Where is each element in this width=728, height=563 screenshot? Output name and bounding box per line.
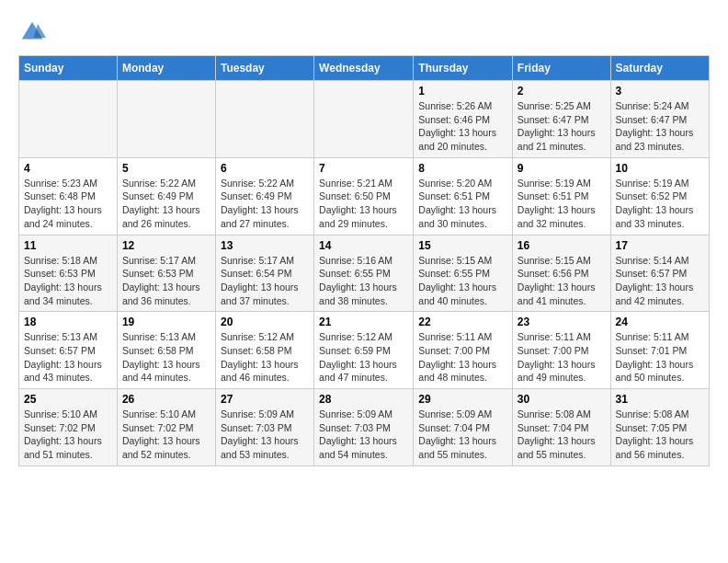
day-number: 28	[319, 393, 408, 406]
day-number: 11	[24, 239, 112, 252]
day-number: 27	[221, 393, 309, 406]
day-info: Sunrise: 5:11 AM Sunset: 7:01 PM Dayligh…	[616, 331, 694, 383]
day-number: 22	[418, 316, 507, 328]
day-number: 23	[518, 316, 606, 328]
day-number: 29	[418, 393, 507, 406]
day-number: 20	[221, 316, 309, 328]
day-number: 10	[616, 162, 704, 175]
calendar-cell: 24Sunrise: 5:11 AM Sunset: 7:01 PM Dayli…	[610, 312, 709, 389]
day-header-wednesday: Wednesday	[314, 56, 414, 81]
calendar-cell: 19Sunrise: 5:13 AM Sunset: 6:58 PM Dayli…	[117, 312, 215, 389]
day-info: Sunrise: 5:19 AM Sunset: 6:52 PM Dayligh…	[616, 178, 694, 229]
day-info: Sunrise: 5:17 AM Sunset: 6:54 PM Dayligh…	[221, 255, 299, 306]
day-header-monday: Monday	[117, 56, 215, 81]
day-number: 30	[518, 393, 606, 406]
day-info: Sunrise: 5:20 AM Sunset: 6:51 PM Dayligh…	[418, 178, 496, 229]
day-info: Sunrise: 5:22 AM Sunset: 6:49 PM Dayligh…	[122, 178, 200, 229]
logo	[18, 18, 50, 46]
calendar-cell	[215, 81, 313, 158]
day-number: 14	[319, 239, 408, 252]
calendar-cell: 23Sunrise: 5:11 AM Sunset: 7:00 PM Dayli…	[512, 312, 610, 389]
calendar-cell: 10Sunrise: 5:19 AM Sunset: 6:52 PM Dayli…	[610, 157, 709, 235]
day-header-friday: Friday	[512, 56, 610, 81]
calendar-cell: 22Sunrise: 5:11 AM Sunset: 7:00 PM Dayli…	[414, 312, 513, 389]
calendar-cell: 15Sunrise: 5:15 AM Sunset: 6:55 PM Dayli…	[414, 235, 513, 312]
day-header-tuesday: Tuesday	[215, 56, 313, 81]
calendar-cell: 13Sunrise: 5:17 AM Sunset: 6:54 PM Dayli…	[215, 235, 313, 312]
day-number: 21	[319, 316, 408, 328]
day-number: 31	[616, 393, 704, 406]
day-number: 25	[24, 393, 112, 406]
day-info: Sunrise: 5:23 AM Sunset: 6:48 PM Dayligh…	[24, 178, 102, 229]
calendar-cell: 28Sunrise: 5:09 AM Sunset: 7:03 PM Dayli…	[314, 389, 414, 466]
calendar-cell: 12Sunrise: 5:17 AM Sunset: 6:53 PM Dayli…	[117, 235, 215, 312]
day-number: 5	[122, 162, 210, 175]
day-number: 4	[24, 162, 112, 175]
day-info: Sunrise: 5:15 AM Sunset: 6:56 PM Dayligh…	[518, 255, 596, 306]
calendar-cell: 5Sunrise: 5:22 AM Sunset: 6:49 PM Daylig…	[117, 157, 215, 235]
calendar-cell	[117, 81, 215, 158]
day-number: 17	[616, 239, 704, 252]
day-number: 13	[221, 239, 309, 252]
day-info: Sunrise: 5:16 AM Sunset: 6:55 PM Dayligh…	[319, 255, 397, 306]
day-info: Sunrise: 5:08 AM Sunset: 7:05 PM Dayligh…	[616, 408, 694, 460]
day-info: Sunrise: 5:18 AM Sunset: 6:53 PM Dayligh…	[24, 255, 102, 306]
header-row: SundayMondayTuesdayWednesdayThursdayFrid…	[19, 56, 710, 81]
week-row-1: 1Sunrise: 5:26 AM Sunset: 6:46 PM Daylig…	[19, 81, 710, 158]
calendar-cell: 8Sunrise: 5:20 AM Sunset: 6:51 PM Daylig…	[414, 157, 513, 235]
day-number: 16	[518, 239, 606, 252]
day-number: 7	[319, 162, 408, 175]
calendar-cell: 4Sunrise: 5:23 AM Sunset: 6:48 PM Daylig…	[19, 157, 118, 235]
calendar-cell	[314, 81, 414, 158]
logo-icon	[18, 18, 46, 46]
calendar-cell: 31Sunrise: 5:08 AM Sunset: 7:05 PM Dayli…	[610, 389, 709, 466]
calendar-cell: 14Sunrise: 5:16 AM Sunset: 6:55 PM Dayli…	[314, 235, 414, 312]
day-number: 26	[122, 393, 210, 406]
calendar-cell: 1Sunrise: 5:26 AM Sunset: 6:46 PM Daylig…	[414, 81, 513, 158]
day-number: 15	[418, 239, 507, 252]
day-info: Sunrise: 5:14 AM Sunset: 6:57 PM Dayligh…	[616, 255, 694, 306]
day-info: Sunrise: 5:25 AM Sunset: 6:47 PM Dayligh…	[518, 100, 596, 152]
week-row-4: 18Sunrise: 5:13 AM Sunset: 6:57 PM Dayli…	[19, 312, 710, 389]
calendar-cell: 2Sunrise: 5:25 AM Sunset: 6:47 PM Daylig…	[512, 81, 610, 158]
calendar-cell: 3Sunrise: 5:24 AM Sunset: 6:47 PM Daylig…	[610, 81, 709, 158]
page-header	[18, 18, 710, 46]
day-info: Sunrise: 5:09 AM Sunset: 7:04 PM Dayligh…	[418, 408, 496, 460]
day-info: Sunrise: 5:13 AM Sunset: 6:57 PM Dayligh…	[24, 331, 102, 383]
calendar-cell: 26Sunrise: 5:10 AM Sunset: 7:02 PM Dayli…	[117, 389, 215, 466]
calendar-cell: 17Sunrise: 5:14 AM Sunset: 6:57 PM Dayli…	[610, 235, 709, 312]
calendar-cell: 27Sunrise: 5:09 AM Sunset: 7:03 PM Dayli…	[215, 389, 313, 466]
calendar-cell: 21Sunrise: 5:12 AM Sunset: 6:59 PM Dayli…	[314, 312, 414, 389]
day-info: Sunrise: 5:12 AM Sunset: 6:59 PM Dayligh…	[319, 331, 397, 383]
day-info: Sunrise: 5:17 AM Sunset: 6:53 PM Dayligh…	[122, 255, 200, 306]
day-info: Sunrise: 5:09 AM Sunset: 7:03 PM Dayligh…	[221, 408, 299, 460]
calendar-cell: 30Sunrise: 5:08 AM Sunset: 7:04 PM Dayli…	[512, 389, 610, 466]
day-info: Sunrise: 5:09 AM Sunset: 7:03 PM Dayligh…	[319, 408, 397, 460]
day-number: 3	[616, 85, 704, 98]
day-info: Sunrise: 5:21 AM Sunset: 6:50 PM Dayligh…	[319, 178, 397, 229]
day-info: Sunrise: 5:10 AM Sunset: 7:02 PM Dayligh…	[122, 408, 200, 460]
day-number: 12	[122, 239, 210, 252]
day-info: Sunrise: 5:19 AM Sunset: 6:51 PM Dayligh…	[518, 178, 596, 229]
day-info: Sunrise: 5:08 AM Sunset: 7:04 PM Dayligh…	[518, 408, 596, 460]
day-info: Sunrise: 5:24 AM Sunset: 6:47 PM Dayligh…	[616, 100, 694, 152]
calendar-cell: 29Sunrise: 5:09 AM Sunset: 7:04 PM Dayli…	[414, 389, 513, 466]
day-number: 2	[518, 85, 606, 98]
day-info: Sunrise: 5:15 AM Sunset: 6:55 PM Dayligh…	[418, 255, 496, 306]
day-number: 19	[122, 316, 210, 328]
calendar-cell: 11Sunrise: 5:18 AM Sunset: 6:53 PM Dayli…	[19, 235, 118, 312]
calendar-cell: 6Sunrise: 5:22 AM Sunset: 6:49 PM Daylig…	[215, 157, 313, 235]
calendar-cell: 25Sunrise: 5:10 AM Sunset: 7:02 PM Dayli…	[19, 389, 118, 466]
week-row-3: 11Sunrise: 5:18 AM Sunset: 6:53 PM Dayli…	[19, 235, 710, 312]
day-header-saturday: Saturday	[610, 56, 709, 81]
day-info: Sunrise: 5:22 AM Sunset: 6:49 PM Dayligh…	[221, 178, 299, 229]
day-info: Sunrise: 5:11 AM Sunset: 7:00 PM Dayligh…	[518, 331, 596, 383]
day-info: Sunrise: 5:12 AM Sunset: 6:58 PM Dayligh…	[221, 331, 299, 383]
calendar-cell: 16Sunrise: 5:15 AM Sunset: 6:56 PM Dayli…	[512, 235, 610, 312]
day-number: 9	[518, 162, 606, 175]
day-number: 8	[418, 162, 507, 175]
calendar-table: SundayMondayTuesdayWednesdayThursdayFrid…	[18, 55, 710, 466]
day-number: 18	[24, 316, 112, 328]
calendar-cell: 20Sunrise: 5:12 AM Sunset: 6:58 PM Dayli…	[215, 312, 313, 389]
day-info: Sunrise: 5:11 AM Sunset: 7:00 PM Dayligh…	[418, 331, 496, 383]
